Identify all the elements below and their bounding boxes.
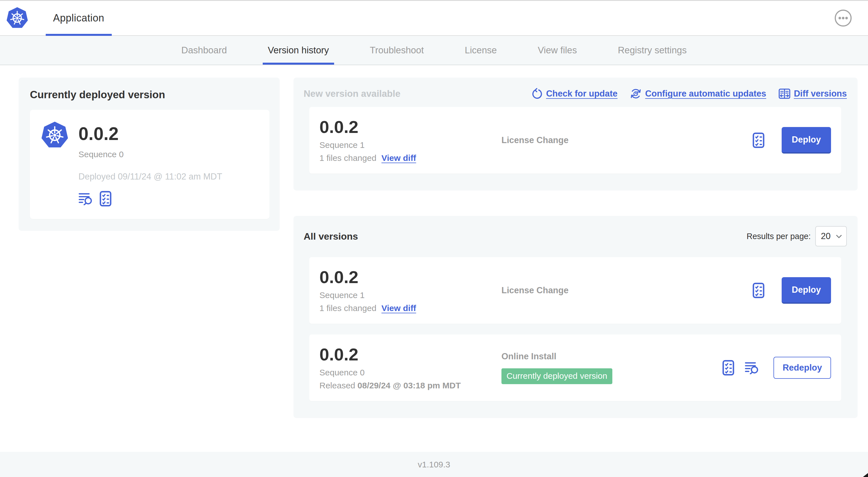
version-source: Online Install	[501, 351, 556, 361]
version-sequence: Sequence 0	[319, 368, 501, 377]
version-number: 0.0.2	[319, 345, 501, 363]
chevron-down-icon	[836, 234, 842, 239]
view-diff-link[interactable]: View diff	[381, 303, 416, 313]
diff-versions-link[interactable]: Diff versions	[779, 88, 847, 100]
currently-deployed-heading: Currently deployed version	[30, 89, 270, 101]
preflight-checks-button[interactable]	[99, 191, 112, 207]
preflight-checks-button[interactable]	[752, 282, 765, 298]
view-logs-icon	[79, 192, 93, 205]
tab-license[interactable]: License	[465, 36, 497, 65]
all-versions-section: All versions Results per page: 20 0.0.2 …	[293, 216, 858, 418]
diff-columns-icon	[779, 88, 790, 100]
preflight-checks-button[interactable]	[752, 132, 765, 148]
version-number: 0.0.2	[319, 268, 501, 286]
checklist-icon	[752, 132, 765, 148]
check-for-update-link[interactable]: Check for update	[531, 88, 617, 100]
checklist-icon	[752, 282, 765, 298]
ellipsis-icon	[834, 9, 852, 27]
deploy-button[interactable]: Deploy	[782, 127, 831, 153]
version-row-sequence-1: 0.0.2 Sequence 1 1 files changed View di…	[309, 257, 841, 324]
app-subnav: Dashboard Version history Troubleshoot L…	[0, 36, 868, 65]
results-per-page-label: Results per page:	[747, 232, 811, 241]
redeploy-button[interactable]: Redeploy	[773, 357, 831, 379]
version-row-sequence-0: 0.0.2 Sequence 0 Released08/29/24 @ 03:1…	[309, 334, 841, 401]
tab-registry-settings[interactable]: Registry settings	[618, 36, 687, 65]
main-content: Currently deployed version	[0, 65, 868, 418]
version-sequence: Sequence 1	[319, 140, 501, 150]
checklist-icon	[99, 191, 112, 207]
refresh-icon	[531, 88, 542, 100]
version-number: 0.0.2	[319, 118, 501, 136]
active-app-underline	[46, 34, 112, 36]
view-diff-link[interactable]: View diff	[381, 153, 416, 163]
console-version: v1.109.3	[417, 460, 450, 469]
files-changed-text: 1 files changed	[319, 153, 376, 163]
all-versions-heading: All versions	[304, 231, 358, 242]
version-sequence: Sequence 1	[319, 291, 501, 300]
version-source: License Change	[501, 285, 568, 295]
view-logs-button[interactable]	[79, 192, 93, 205]
new-version-row: 0.0.2 Sequence 1 1 files changed View di…	[309, 107, 841, 174]
app-header: Application	[0, 1, 868, 36]
preflight-checks-button[interactable]	[722, 360, 735, 376]
version-source: License Change	[501, 135, 568, 145]
tab-troubleshoot[interactable]: Troubleshoot	[370, 36, 424, 65]
kubernetes-logo-icon	[6, 7, 28, 29]
app-footer: v1.109.3	[0, 452, 868, 477]
new-version-heading: New version available	[304, 88, 400, 99]
files-changed-text: 1 files changed	[319, 303, 376, 313]
current-version-number: 0.0.2	[79, 124, 222, 143]
view-logs-button[interactable]	[745, 361, 760, 374]
configure-automatic-updates-link[interactable]: Configure automatic updates	[630, 88, 766, 100]
released-timestamp: Released08/29/24 @ 03:18 pm MDT	[319, 381, 501, 390]
auto-update-clock-icon	[630, 88, 642, 100]
tab-dashboard[interactable]: Dashboard	[181, 36, 227, 65]
kubernetes-logo-icon	[41, 121, 68, 149]
app-tab[interactable]: Application	[46, 1, 112, 35]
app-title: Application	[53, 12, 104, 24]
current-sequence: Sequence 0	[79, 150, 222, 159]
tab-version-history[interactable]: Version history	[268, 36, 329, 65]
currently-deployed-card: 0.0.2 Sequence 0 Deployed 09/11/24 @ 11:…	[30, 110, 270, 219]
view-logs-icon	[745, 361, 760, 374]
results-per-page-select[interactable]: 20	[815, 226, 847, 246]
deploy-button[interactable]: Deploy	[782, 277, 831, 304]
currently-deployed-panel: Currently deployed version	[19, 78, 280, 231]
tab-view-files[interactable]: View files	[538, 36, 577, 65]
checklist-icon	[722, 360, 735, 376]
new-version-section: New version available Check for update	[293, 78, 858, 190]
currently-deployed-badge: Currently deployed version	[501, 368, 612, 384]
overflow-menu-button[interactable]	[834, 9, 852, 27]
current-deployed-timestamp: Deployed 09/11/24 @ 11:02 am MDT	[79, 172, 222, 182]
